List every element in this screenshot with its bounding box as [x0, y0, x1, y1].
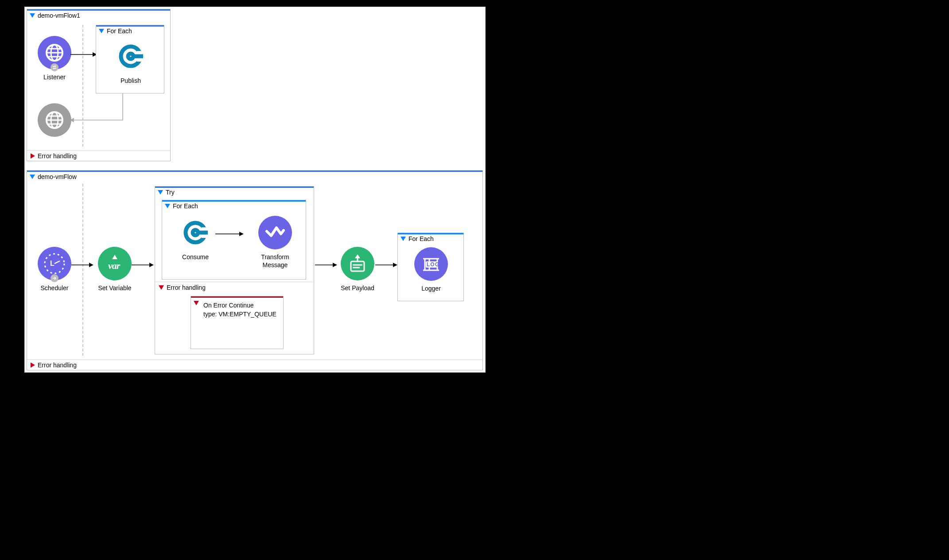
foreach2-title: For Each — [401, 235, 434, 242]
transform-message-icon — [258, 216, 292, 249]
try-error-header[interactable]: Error handling — [155, 282, 314, 292]
svg-rect-36 — [351, 261, 364, 271]
scheduler-label: Scheduler — [32, 284, 77, 292]
on-error-title: On Error Continue — [203, 301, 276, 310]
http-response-node[interactable] — [32, 103, 77, 137]
flow-title-demo-vmflow1: demo-vmFlow1 — [27, 11, 170, 20]
flow-title-label: demo-vmFlow — [38, 173, 77, 180]
exchange-badge-icon — [51, 63, 58, 71]
foreach-try-title: For Each — [165, 202, 198, 210]
consume-label: Consume — [173, 253, 218, 261]
svg-marker-25 — [149, 263, 154, 267]
set-payload-label: Set Payload — [335, 284, 380, 292]
try-title: Try — [158, 189, 175, 196]
diagram-page: demo-vmFlow1 — [24, 7, 486, 373]
svg-marker-31 — [239, 232, 244, 236]
chevron-down-icon[interactable] — [30, 13, 35, 18]
flow-title-label: demo-vmFlow1 — [38, 12, 80, 19]
set-variable-label: Set Variable — [93, 284, 137, 292]
logger-icon: LOG — [414, 247, 448, 281]
http-listener-icon — [38, 36, 71, 70]
scheduler-icon: L — [38, 247, 71, 280]
transform-message-node[interactable]: Transform Message — [249, 216, 302, 269]
svg-text:var: var — [108, 260, 121, 271]
try-label: Try — [166, 189, 175, 196]
svg-line-19 — [54, 261, 60, 264]
flow-demo-vmflow1[interactable]: demo-vmFlow1 — [27, 9, 171, 161]
chevron-down-icon[interactable] — [401, 237, 406, 241]
publish-node[interactable]: Publish — [109, 39, 153, 85]
svg-text:L: L — [50, 260, 54, 267]
flow2-error-footer[interactable]: Error handling — [27, 359, 482, 370]
chevron-down-icon[interactable] — [159, 285, 164, 290]
flow1-error-label: Error handling — [38, 152, 77, 159]
chevron-down-icon[interactable] — [30, 175, 35, 179]
chevron-down-icon[interactable] — [99, 29, 104, 33]
flow2-error-label: Error handling — [38, 362, 77, 369]
listener-label: Listener — [32, 73, 77, 81]
on-error-continue-scope[interactable]: On Error Continue type: VM:EMPTY_QUEUE — [191, 296, 284, 349]
chevron-down-icon[interactable] — [194, 301, 199, 305]
publish-label: Publish — [109, 77, 153, 85]
source-divider — [82, 184, 83, 356]
svg-point-29 — [193, 230, 198, 235]
arrow-setpayload-to-foreach2 — [375, 262, 397, 268]
on-error-continue-text: On Error Continue type: VM:EMPTY_QUEUE — [202, 299, 279, 320]
set-variable-icon: var — [98, 247, 132, 280]
on-error-type: type: VM:EMPTY_QUEUE — [203, 310, 276, 319]
arrow-try-to-setpayload — [315, 262, 337, 268]
arrow-setvar-to-try — [132, 262, 154, 268]
logger-label: Logger — [409, 284, 453, 292]
chevron-right-icon[interactable] — [31, 362, 35, 368]
right-arrow-badge-icon — [51, 274, 58, 282]
consume-node[interactable]: Consume — [173, 216, 218, 261]
vm-consume-icon — [179, 216, 212, 249]
listener-node[interactable]: Listener — [32, 36, 77, 81]
svg-text:LOG: LOG — [427, 261, 439, 268]
transform-label: Transform Message — [249, 253, 302, 269]
svg-point-10 — [128, 54, 133, 59]
svg-marker-34 — [355, 254, 360, 258]
vm-publish-icon — [114, 39, 148, 73]
arrow-consume-to-transform — [215, 231, 244, 237]
svg-marker-40 — [393, 263, 397, 267]
arrow-listener-to-foreach — [70, 52, 97, 57]
chevron-down-icon[interactable] — [158, 190, 163, 194]
try-scope[interactable]: Try For Each — [155, 186, 314, 354]
logger-node[interactable]: LOG Logger — [409, 247, 453, 292]
chevron-right-icon[interactable] — [31, 153, 35, 159]
flow1-error-footer[interactable]: Error handling — [27, 150, 170, 161]
arrow-foreach-return — [70, 93, 132, 129]
foreach-scope-flow1[interactable]: For Each Publish — [96, 25, 164, 93]
arrow-scheduler-to-setvar — [71, 262, 93, 268]
set-payload-icon — [341, 247, 374, 280]
foreach2-label: For Each — [408, 235, 434, 242]
http-response-icon — [38, 103, 71, 137]
set-payload-node[interactable]: Set Payload — [335, 247, 380, 292]
try-error-label: Error handling — [167, 284, 206, 291]
foreach-label: For Each — [107, 27, 132, 35]
flow-title-demo-vmflow: demo-vmFlow — [27, 172, 482, 182]
diagram-canvas: demo-vmFlow1 — [0, 0, 949, 560]
foreach-scope-logger[interactable]: For Each LOG — [397, 233, 464, 301]
set-variable-node[interactable]: var Set Variable — [93, 247, 137, 292]
scheduler-node[interactable]: L Scheduler — [32, 247, 77, 292]
flow-demo-vmflow[interactable]: demo-vmFlow L Sched — [27, 170, 483, 370]
foreach-title-flow1: For Each — [99, 27, 132, 35]
foreach-scope-try[interactable]: For Each — [162, 200, 306, 280]
foreach-try-label: For Each — [173, 202, 198, 210]
chevron-down-icon[interactable] — [165, 204, 170, 208]
svg-marker-22 — [112, 255, 117, 259]
